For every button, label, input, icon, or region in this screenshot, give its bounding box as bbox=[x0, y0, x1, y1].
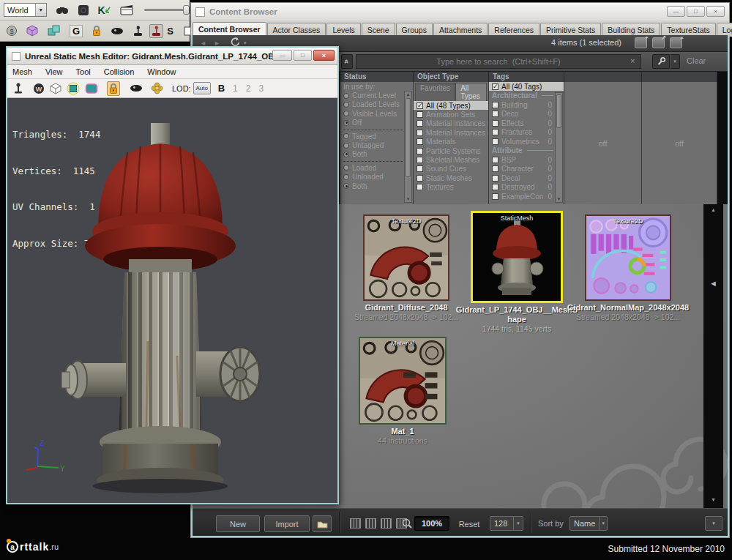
checkbox-checked-icon[interactable] bbox=[492, 83, 498, 90]
asset-item-normalmap[interactable]: Texture2D bbox=[566, 214, 690, 322]
tags-scrollbar[interactable]: ▼ bbox=[555, 92, 563, 203]
view-grid-large-icon[interactable] bbox=[381, 518, 392, 529]
fire-hydrant-model[interactable] bbox=[60, 122, 265, 495]
checkbox-icon[interactable] bbox=[417, 175, 423, 182]
view-grid-small-icon[interactable] bbox=[350, 518, 361, 529]
radio-both-loaded[interactable]: Both bbox=[340, 182, 413, 190]
camera-speed-slider[interactable] bbox=[144, 9, 190, 11]
status-scrollbar[interactable]: ▲ ▼ bbox=[404, 91, 412, 203]
show-normals-eye-icon[interactable] bbox=[130, 84, 143, 92]
radio-icon[interactable] bbox=[343, 165, 349, 171]
close-button[interactable]: × bbox=[313, 50, 335, 61]
asset-thumbnail[interactable]: Texture2D bbox=[585, 214, 671, 301]
type-material-instances-1[interactable]: Material Instances ( bbox=[414, 119, 488, 128]
scroll-down-icon[interactable]: ▼ bbox=[703, 497, 723, 502]
search-options-wrench-icon[interactable] bbox=[652, 54, 670, 69]
minimize-button[interactable]: — bbox=[272, 50, 292, 61]
type-particle-systems[interactable]: Particle Systems bbox=[414, 146, 488, 155]
tag-character[interactable]: Character0 bbox=[489, 165, 564, 173]
all-types-subtab[interactable]: All Types bbox=[455, 83, 487, 101]
unlit-cube-icon[interactable] bbox=[50, 83, 61, 94]
radio-icon[interactable] bbox=[343, 102, 349, 108]
type-skeletal-meshes[interactable]: Skeletal Meshes bbox=[414, 155, 488, 164]
maximize-button[interactable]: □ bbox=[687, 6, 705, 17]
mesh-editor-viewport[interactable]: Triangles: 1744 Vertices: 1145 UV Channe… bbox=[7, 98, 337, 503]
checkbox-icon[interactable] bbox=[492, 138, 498, 145]
menu-mesh[interactable]: Mesh bbox=[7, 67, 39, 76]
minimize-button[interactable]: — bbox=[667, 6, 685, 17]
float-content-browser-icon[interactable]: ↗ bbox=[652, 37, 665, 48]
wireframe-icon[interactable]: W bbox=[33, 83, 45, 94]
radio-icon[interactable] bbox=[343, 143, 349, 149]
radio-selected-icon[interactable] bbox=[343, 152, 349, 157]
lock-icon[interactable] bbox=[92, 25, 102, 37]
sort-mode-dropdown[interactable]: Name ▼ bbox=[569, 516, 608, 531]
type-textures[interactable]: Textures bbox=[414, 183, 488, 192]
checkbox-icon[interactable] bbox=[417, 138, 423, 145]
checkbox-icon[interactable] bbox=[492, 120, 498, 127]
checkbox-icon[interactable] bbox=[417, 120, 423, 127]
radio-selected-icon[interactable] bbox=[343, 120, 349, 126]
radio-both-tagged[interactable]: Both bbox=[340, 150, 413, 159]
tag-effects[interactable]: Effects0 bbox=[489, 119, 564, 127]
checkbox-icon[interactable] bbox=[492, 175, 498, 182]
asset-item-material[interactable]: Material bbox=[348, 337, 458, 446]
scroll-down-icon[interactable]: ▼ bbox=[556, 197, 562, 201]
volumes-dice-icon[interactable] bbox=[48, 25, 61, 37]
thumbnail-size-dropdown[interactable]: 128 ▼ bbox=[490, 516, 523, 531]
scroll-up-icon[interactable]: ▲ bbox=[703, 207, 723, 212]
asset-item-staticmesh-selected[interactable]: StaticMesh bbox=[455, 211, 579, 334]
search-clear-x-icon[interactable]: × bbox=[630, 56, 635, 65]
close-button[interactable]: × bbox=[706, 6, 725, 17]
world-selector-arrow-icon[interactable]: ▼ bbox=[35, 4, 46, 16]
uv-channel-icon[interactable] bbox=[85, 83, 98, 94]
tag-building[interactable]: Building0 bbox=[489, 100, 564, 109]
checkbox-icon[interactable] bbox=[492, 165, 498, 172]
checkbox-icon[interactable] bbox=[417, 130, 423, 136]
checkbox-icon[interactable] bbox=[417, 157, 423, 163]
radio-loaded[interactable]: Loaded bbox=[340, 163, 413, 172]
checkbox-icon[interactable] bbox=[492, 157, 498, 163]
radio-unloaded[interactable]: Unloaded bbox=[340, 173, 413, 182]
asset-thumbnail-selected[interactable]: StaticMesh bbox=[471, 211, 563, 303]
group-icon[interactable]: G bbox=[70, 25, 83, 37]
checkbox-icon[interactable] bbox=[417, 111, 423, 118]
expand-panel-left-icon[interactable]: ◄ bbox=[703, 279, 723, 288]
play-in-viewport-icon[interactable] bbox=[149, 24, 163, 38]
type-material-instances-2[interactable]: Material Instances ( bbox=[414, 128, 488, 137]
tag-deco[interactable]: Deco0 bbox=[489, 110, 564, 119]
play-in-editor-icon[interactable] bbox=[132, 26, 143, 37]
asset-item-diffuse[interactable]: Texture2D bbox=[351, 214, 461, 322]
zoom-reset-button[interactable]: Reset bbox=[455, 515, 484, 532]
asset-name[interactable]: Gidrant_NormalMap_2048x2048 bbox=[566, 303, 690, 313]
slider-thumb[interactable] bbox=[183, 5, 190, 15]
menu-window[interactable]: Window bbox=[141, 67, 182, 76]
tag-examplecon[interactable]: ExampleCon0 bbox=[489, 192, 564, 201]
build-icon[interactable] bbox=[78, 4, 89, 16]
lod-auto-button[interactable]: Auto bbox=[193, 82, 211, 94]
asset-name[interactable]: Mat_1 bbox=[348, 427, 458, 436]
new-asset-button[interactable]: New bbox=[216, 515, 260, 532]
refresh-dropdown-icon[interactable]: ▼ bbox=[243, 41, 247, 45]
arttalk-logo[interactable]: a rttalk .ru bbox=[7, 541, 59, 553]
favorites-subtab[interactable]: Favorites bbox=[415, 83, 455, 101]
matinee-icon[interactable] bbox=[120, 4, 134, 15]
vertex-colors-icon[interactable] bbox=[151, 82, 163, 94]
tab-content-browser[interactable]: Content Browser bbox=[193, 22, 266, 37]
socket-manager-icon[interactable] bbox=[12, 83, 24, 94]
scroll-up-icon[interactable]: ▲ bbox=[405, 92, 411, 97]
clear-filters-button[interactable]: Clear bbox=[687, 56, 706, 65]
type-static-meshes[interactable]: Static Meshes bbox=[414, 173, 488, 182]
asset-name[interactable]: Gidrant_LP_1744_OBJ__MeshShape bbox=[455, 305, 579, 324]
dropdown-arrow-icon[interactable]: ▼ bbox=[709, 517, 719, 530]
dropdown-arrow-icon[interactable]: ▼ bbox=[513, 517, 523, 530]
menu-collision[interactable]: Collision bbox=[97, 67, 141, 76]
lod-2-button[interactable]: 2 bbox=[246, 83, 251, 94]
menu-view[interactable]: View bbox=[39, 67, 70, 76]
radio-off[interactable]: Off bbox=[340, 119, 413, 127]
tag-decal[interactable]: Decal0 bbox=[489, 173, 564, 182]
type-materials[interactable]: Materials bbox=[414, 138, 488, 146]
kismet-icon[interactable]: K bbox=[98, 4, 111, 16]
radio-icon[interactable] bbox=[343, 111, 349, 116]
search-options-dropdown-icon[interactable]: ▼ bbox=[671, 54, 680, 69]
